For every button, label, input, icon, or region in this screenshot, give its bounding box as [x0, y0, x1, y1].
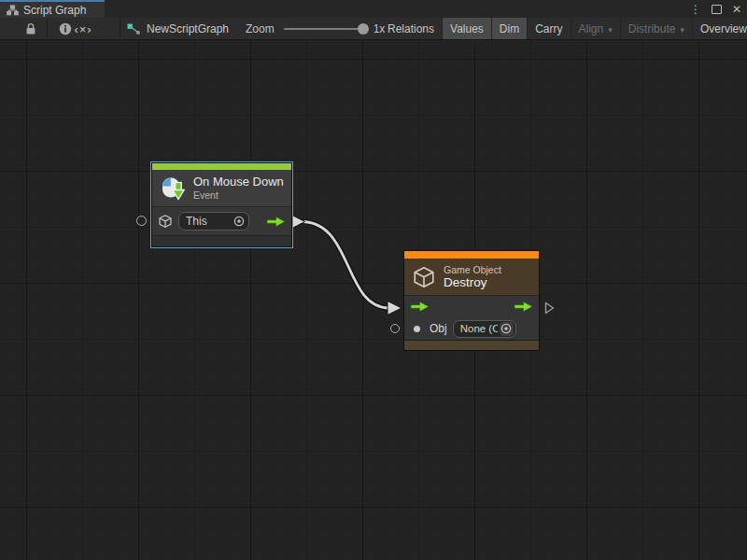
carry-button[interactable]: Carry — [527, 18, 570, 39]
object-picker-icon[interactable] — [500, 323, 512, 334]
input-label: Obj — [430, 322, 447, 335]
object-picker-icon[interactable] — [233, 216, 245, 227]
toolbar-separator — [47, 20, 48, 38]
zoom-slider-handle[interactable] — [358, 23, 369, 35]
graph-toolbar: ‹×› NewScriptGraph Zoom 1x Relations Val… — [0, 18, 747, 40]
trigger-input-arrow-icon[interactable] — [410, 301, 430, 313]
node-flow-row — [404, 295, 539, 317]
relations-button[interactable]: Relations — [380, 18, 442, 39]
close-icon[interactable]: ✕ — [732, 4, 741, 15]
dim-button[interactable]: Dim — [491, 18, 527, 39]
trigger-output-arrow-icon[interactable] — [266, 216, 286, 228]
node-title: Destroy — [444, 275, 501, 290]
toolbar-separator — [120, 20, 120, 38]
chevron-down-icon: ▾ — [608, 25, 613, 35]
node-input-row: Obj None (O — [404, 317, 539, 340]
tab-script-graph[interactable]: Script Graph — [0, 0, 105, 18]
wire-end-arrow[interactable] — [388, 301, 402, 315]
edit-source-button[interactable]: ‹×› — [71, 18, 95, 40]
overview-button[interactable]: Overview — [692, 18, 747, 39]
more-menu-icon[interactable]: ⋮ — [690, 4, 701, 15]
toolbar-button-group: Relations Values Dim Carry Align ▾ Distr… — [380, 18, 747, 39]
value-port-dot[interactable] — [414, 326, 420, 332]
node-on-mouse-down[interactable]: On Mouse Down Event This — [151, 162, 292, 247]
node-category: Game Object — [444, 264, 501, 275]
mouse-down-event-icon — [160, 175, 186, 202]
node-subtitle: Event — [193, 189, 284, 201]
node-accent-strip — [152, 163, 291, 170]
graph-hierarchy-icon — [7, 5, 19, 16]
node-header[interactable]: On Mouse Down Event — [152, 170, 291, 206]
node-footer — [152, 235, 291, 246]
node-title: On Mouse Down — [193, 175, 284, 189]
lock-icon — [25, 22, 36, 35]
game-object-cube-icon — [412, 265, 436, 289]
trigger-output-arrow-icon[interactable] — [514, 301, 533, 313]
event-target-port[interactable] — [136, 216, 147, 226]
zoom-label: Zoom — [246, 22, 275, 35]
node-footer — [404, 340, 539, 350]
node-header[interactable]: Game Object Destroy — [404, 259, 539, 295]
graph-name: NewScriptGraph — [147, 22, 229, 35]
tab-bar: Script Graph ⋮ ✕ — [0, 0, 747, 18]
zoom-control: Zoom 1x — [246, 18, 385, 40]
wire-start-arrow[interactable] — [292, 216, 305, 229]
maximize-icon[interactable] — [712, 5, 722, 14]
script-graph-window: Script Graph ⋮ ✕ ‹×› — [0, 0, 747, 560]
connection-wire — [0, 40, 747, 560]
distribute-button[interactable]: Distribute ▾ — [620, 18, 692, 39]
target-field[interactable]: This — [178, 212, 249, 231]
destroy-obj-port[interactable] — [390, 324, 400, 333]
code-icon: ‹×› — [74, 22, 92, 36]
node-accent-strip — [404, 251, 539, 259]
node-destroy[interactable]: Game Object Destroy Obj None (O — [403, 250, 540, 351]
node-port-row: This — [152, 206, 291, 235]
script-graph-icon — [127, 23, 141, 35]
info-icon — [59, 22, 72, 35]
game-object-cube-icon — [158, 214, 173, 229]
object-field[interactable]: None (O — [453, 320, 516, 338]
values-button[interactable]: Values — [442, 18, 491, 39]
trigger-out-port-triangle[interactable] — [544, 301, 555, 315]
chevron-down-icon: ▾ — [680, 25, 684, 35]
align-button[interactable]: Align ▾ — [571, 18, 620, 39]
window-controls: ⋮ ✕ — [690, 0, 741, 18]
graph-canvas[interactable]: On Mouse Down Event This — [0, 40, 747, 560]
tab-title: Script Graph — [23, 4, 86, 17]
lock-button[interactable] — [21, 18, 41, 40]
graph-breadcrumb[interactable]: NewScriptGraph — [127, 18, 229, 40]
zoom-slider[interactable] — [284, 28, 366, 30]
